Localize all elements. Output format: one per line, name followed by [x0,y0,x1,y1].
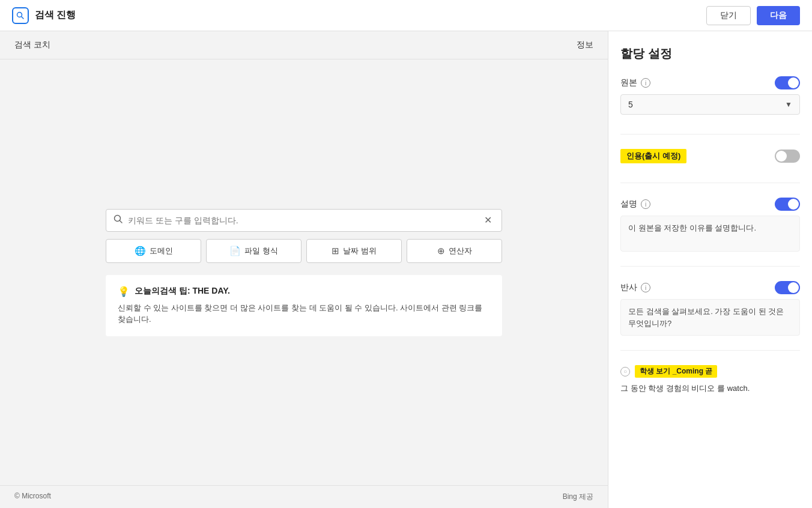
page-title: 검색 진행 [35,9,76,22]
student-view-badge: 학생 보기 _Coming 곧 [635,365,717,378]
daterange-icon: ⊞ [332,246,339,256]
tip-header: 💡 오늘의검색 팁: THE DAY. [118,286,490,297]
search-coach-label: 검색 코치 [14,40,50,50]
assignment-settings-title: 할당 설정 [620,46,800,62]
filter-operator-label: 연산자 [449,246,472,256]
svg-line-1 [22,16,24,19]
citation-section: 인용(출시 예정) [620,149,800,168]
description-placeholder[interactable]: 이 원본을 저장한 이유를 설명합니다. [620,216,800,252]
description-label: 설명 i [620,199,650,210]
description-row: 설명 i [620,198,800,211]
search-icon [114,214,123,226]
filter-filetype-button[interactable]: 📄 파일 형식 [206,239,301,263]
original-select[interactable]: 5 ▼ [620,94,800,115]
reflection-section: 반사 i 모든 검색을 살펴보세요. 가장 도움이 된 것은 무엇입니까? [620,281,800,336]
divider-3 [620,266,800,267]
domain-icon: 🌐 [135,246,146,256]
tip-text: 신뢰할 수 있는 사이트를 찾으면 더 많은 사이트를 찾는 데 도움이 될 수… [118,302,490,325]
tip-box: 💡 오늘의검색 팁: THE DAY. 신뢰할 수 있는 사이트를 찾으면 더 … [106,275,502,336]
reflection-label: 반사 i [620,282,650,293]
reflection-text[interactable]: 모든 검색을 살펴보세요. 가장 도움이 된 것은 무엇입니까? [620,299,800,336]
lightbulb-icon: 💡 [118,286,130,297]
footer-powered-by: Bing 제공 [563,492,593,502]
left-panel: 검색 코치 정보 ✕ [0,31,608,508]
divider-1 [620,134,800,135]
citation-toggle[interactable] [775,150,800,163]
tip-title: 오늘의검색 팁: THE DAY. [135,286,230,297]
reflection-toggle[interactable] [775,281,800,294]
search-input[interactable] [128,216,477,225]
left-panel-body: ✕ 🌐 도메인 📄 파일 형식 ⊞ 날짜 범위 [0,59,608,485]
left-footer: © Microsoft Bing 제공 [0,485,608,508]
select-value: 5 [628,100,633,109]
svg-line-3 [120,220,122,223]
close-button[interactable]: 닫기 [706,6,751,25]
filetype-icon: 📄 [229,246,241,256]
top-bar-actions: 닫기 다음 [706,6,800,25]
top-bar-left: 검색 진행 [12,7,76,24]
description-section: 설명 i 이 원본을 저장한 이유를 설명합니다. [620,198,800,252]
original-row: 원본 i [620,76,800,89]
search-container: ✕ 🌐 도메인 📄 파일 형식 ⊞ 날짜 범위 [106,209,502,263]
student-view-text: 그 동안 학생 경험의 비디오 를 watch. [620,383,800,395]
original-label: 원본 i [620,77,650,88]
search-input-wrap: ✕ [106,209,502,232]
operator-icon: ⊕ [437,246,445,256]
citation-badge: 인용(출시 예정) [620,149,686,163]
footer-copyright: © Microsoft [14,492,51,502]
student-view-section: ○ 학생 보기 _Coming 곧 그 동안 학생 경험의 비디오 를 watc… [620,365,800,395]
filter-daterange-label: 날짜 범위 [343,246,377,256]
filter-filetype-label: 파일 형식 [244,246,278,256]
chevron-down-icon: ▼ [785,100,792,109]
filter-domain-label: 도메인 [150,246,173,256]
filter-daterange-button[interactable]: ⊞ 날짜 범위 [306,239,402,263]
citation-row: 인용(출시 예정) [620,149,800,163]
left-panel-header: 검색 코치 정보 [0,31,608,59]
original-section: 원본 i 5 ▼ [620,76,800,119]
description-info-icon[interactable]: i [641,199,650,209]
next-button[interactable]: 다음 [757,6,800,25]
reflection-info-icon[interactable]: i [641,283,650,292]
top-bar: 검색 진행 닫기 다음 [0,0,812,31]
original-info-icon[interactable]: i [641,78,650,88]
filter-operator-button[interactable]: ⊕ 연산자 [407,239,502,263]
divider-2 [620,183,800,183]
student-view-row: ○ 학생 보기 _Coming 곧 [620,365,800,378]
divider-4 [620,350,800,351]
main-content: 검색 코치 정보 ✕ [0,31,812,508]
filter-buttons: 🌐 도메인 📄 파일 형식 ⊞ 날짜 범위 ⊕ 연산자 [106,239,502,263]
original-toggle[interactable] [775,76,800,89]
search-coach-icon [12,7,29,24]
search-clear-button[interactable]: ✕ [482,214,494,226]
filter-domain-button[interactable]: 🌐 도메인 [106,239,201,263]
reflection-row: 반사 i [620,281,800,294]
right-panel: 할당 설정 원본 i 5 ▼ 인용(출시 예정) [608,31,812,508]
info-label: 정보 [577,40,593,50]
student-view-icon: ○ [620,367,630,376]
description-toggle[interactable] [775,198,800,211]
